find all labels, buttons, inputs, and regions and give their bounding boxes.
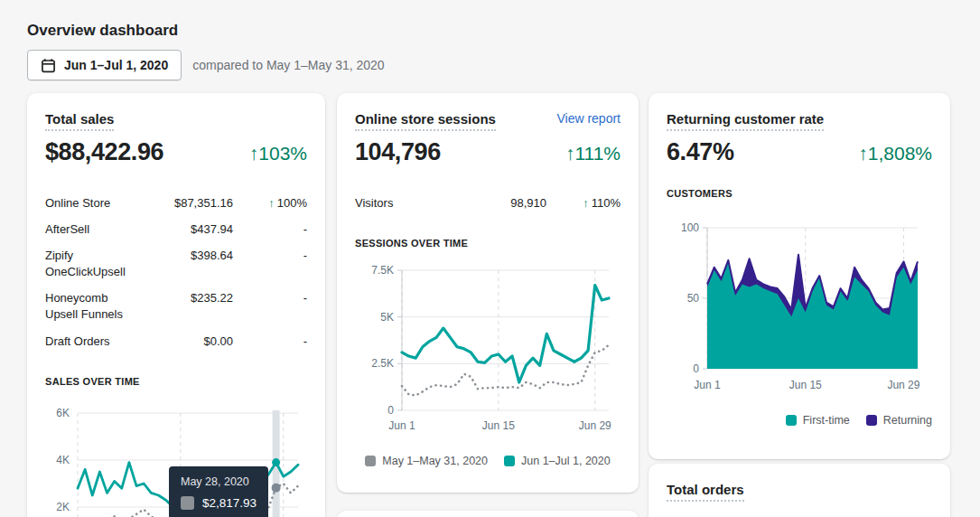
sessions-over-time-chart[interactable]: 7.5K5K2.5K0Jun 1Jun 15Jun 29 <box>355 263 619 437</box>
svg-text:Jun 15: Jun 15 <box>482 419 515 432</box>
date-range-button[interactable]: Jun 1–Jul 1, 2020 <box>27 50 182 80</box>
table-row: Zipify OneClickUpsell $398.64 - <box>45 242 307 285</box>
returning-rate-value: 6.47% <box>667 138 734 166</box>
legend-item: Returning <box>866 414 932 427</box>
sessions-chart-legend: May 1–May 31, 2020 Jun 1–Jul 1, 2020 <box>355 455 621 467</box>
legend-item: May 1–May 31, 2020 <box>365 455 488 467</box>
row-change: - <box>237 248 307 264</box>
returning-rate-title[interactable]: Returning customer rate <box>667 111 824 131</box>
up-arrow-icon: ↑ <box>268 196 275 210</box>
svg-text:50: 50 <box>687 292 700 305</box>
page-title: Overview dashboard <box>27 22 178 40</box>
card-total-sales: Total sales $88,422.96 ↑103% Online Stor… <box>27 93 325 517</box>
row-change: - <box>237 334 307 350</box>
svg-text:5K: 5K <box>380 311 394 324</box>
svg-text:Jun 1: Jun 1 <box>388 419 415 432</box>
svg-text:4K: 4K <box>56 454 70 466</box>
row-change: ↑110% <box>550 195 621 212</box>
row-value: $87,351.16 <box>132 195 237 212</box>
row-label: Online Store <box>45 195 132 212</box>
table-row: Visitors 98,910 ↑110% <box>355 190 621 216</box>
table-row: Online Store $87,351.16 ↑100% <box>45 190 307 216</box>
row-label: Visitors <box>355 195 442 212</box>
card-partial <box>337 511 639 517</box>
row-label: AfterSell <box>45 221 132 238</box>
svg-text:6K: 6K <box>56 409 70 419</box>
svg-text:0: 0 <box>387 404 394 417</box>
svg-text:Jun 29: Jun 29 <box>579 419 611 432</box>
table-row: Draft Orders $0.00 - <box>45 328 307 354</box>
customers-label: CUSTOMERS <box>667 188 932 199</box>
row-value: $437.94 <box>132 221 237 238</box>
row-value: $398.64 <box>132 248 237 264</box>
row-label: Zipify OneClickUpsell <box>45 248 132 280</box>
compare-text: compared to May 1–May 31, 2020 <box>192 58 384 72</box>
svg-text:0: 0 <box>693 362 699 375</box>
legend-swatch-june <box>504 456 515 466</box>
total-sales-change: ↑103% <box>249 143 307 164</box>
total-sales-title[interactable]: Total sales <box>45 111 114 131</box>
row-value: $0.00 <box>132 334 237 350</box>
svg-text:7.5K: 7.5K <box>371 264 394 277</box>
svg-text:2.5K: 2.5K <box>371 358 394 371</box>
svg-text:Jun 1: Jun 1 <box>694 379 721 391</box>
tooltip-series-swatch <box>181 496 194 510</box>
legend-item: Jun 1–Jul 1, 2020 <box>504 455 611 467</box>
sessions-over-time-label: SESSIONS OVER TIME <box>355 238 621 249</box>
row-change: ↑100% <box>237 195 307 212</box>
row-change: - <box>237 221 307 238</box>
legend-swatch-may <box>365 456 376 466</box>
tooltip-date: May 28, 2020 <box>181 475 257 488</box>
sessions-value: 104,796 <box>355 138 441 166</box>
svg-text:2K: 2K <box>56 501 70 513</box>
card-returning-customer-rate: Returning customer rate 6.47% ↑1,808% CU… <box>649 93 950 459</box>
legend-item: First-time <box>786 414 850 427</box>
chart-tooltip: May 28, 2020 $2,817.93 <box>169 466 268 517</box>
row-value: $235.22 <box>132 290 237 306</box>
card-total-orders: Total orders <box>649 464 950 517</box>
total-orders-title[interactable]: Total orders <box>667 482 744 502</box>
legend-swatch-first-time <box>786 415 797 426</box>
calendar-icon <box>41 58 56 73</box>
up-arrow-icon: ↑ <box>583 196 589 210</box>
card-online-store-sessions: Online store sessions View report 104,79… <box>337 93 639 493</box>
sales-chart-area: 6K4K2K May 28, 2020 $2,817.93 <box>45 409 307 517</box>
view-report-link[interactable]: View report <box>556 111 621 126</box>
sessions-chart-area: 7.5K5K2.5K0Jun 1Jun 15Jun 29 <box>355 263 621 440</box>
sessions-title[interactable]: Online store sessions <box>355 111 496 131</box>
sales-over-time-label: SALES OVER TIME <box>45 376 307 387</box>
svg-text:Jun 15: Jun 15 <box>789 379 822 391</box>
sales-breakdown: Online Store $87,351.16 ↑100% AfterSell … <box>45 190 307 354</box>
total-sales-value: $88,422.96 <box>45 138 163 166</box>
row-label: Draft Orders <box>45 334 132 350</box>
svg-text:Jun 29: Jun 29 <box>887 379 919 391</box>
legend-swatch-returning <box>866 415 877 426</box>
toolbar: Jun 1–Jul 1, 2020 compared to May 1–May … <box>27 50 385 80</box>
sessions-change: ↑111% <box>565 143 621 164</box>
customers-chart-legend: First-time Returning <box>667 414 932 427</box>
table-row: Honeycomb Upsell Funnels $235.22 - <box>45 286 307 328</box>
row-value: 98,910 <box>442 195 550 212</box>
date-range-label: Jun 1–Jul 1, 2020 <box>64 58 168 72</box>
row-label: Honeycomb Upsell Funnels <box>45 290 132 323</box>
returning-rate-change: ↑1,808% <box>858 143 932 164</box>
row-change: - <box>237 290 307 306</box>
customers-chart[interactable]: 100500Jun 1Jun 15Jun 29 <box>667 221 930 398</box>
customers-chart-area: 100500Jun 1Jun 15Jun 29 <box>667 221 932 401</box>
svg-text:100: 100 <box>681 221 699 234</box>
tooltip-value: $2,817.93 <box>202 496 257 510</box>
table-row: AfterSell $437.94 - <box>45 216 307 242</box>
